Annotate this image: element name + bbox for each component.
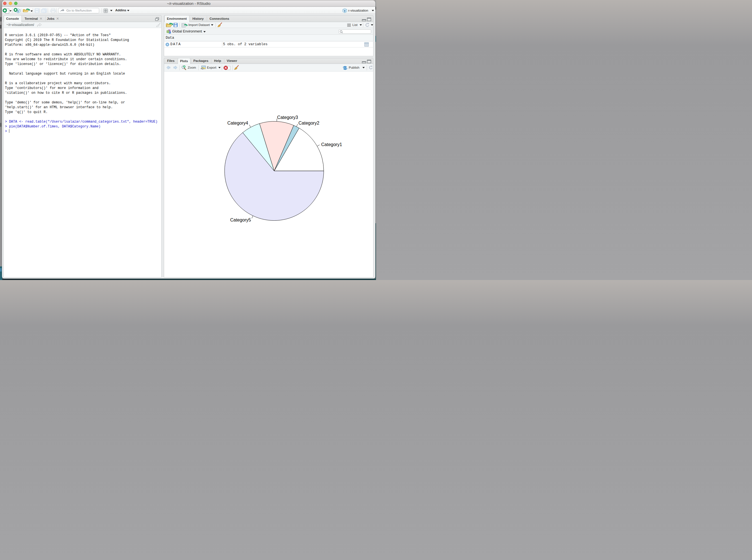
svg-text:Category4: Category4 <box>227 121 248 125</box>
svg-text:R: R <box>344 9 346 13</box>
svg-text:R: R <box>17 10 19 13</box>
svg-text:Category1: Category1 <box>321 142 342 147</box>
svg-text:Category3: Category3 <box>277 115 298 120</box>
svg-text:Category5: Category5 <box>230 218 251 222</box>
svg-text:Category2: Category2 <box>298 121 319 125</box>
